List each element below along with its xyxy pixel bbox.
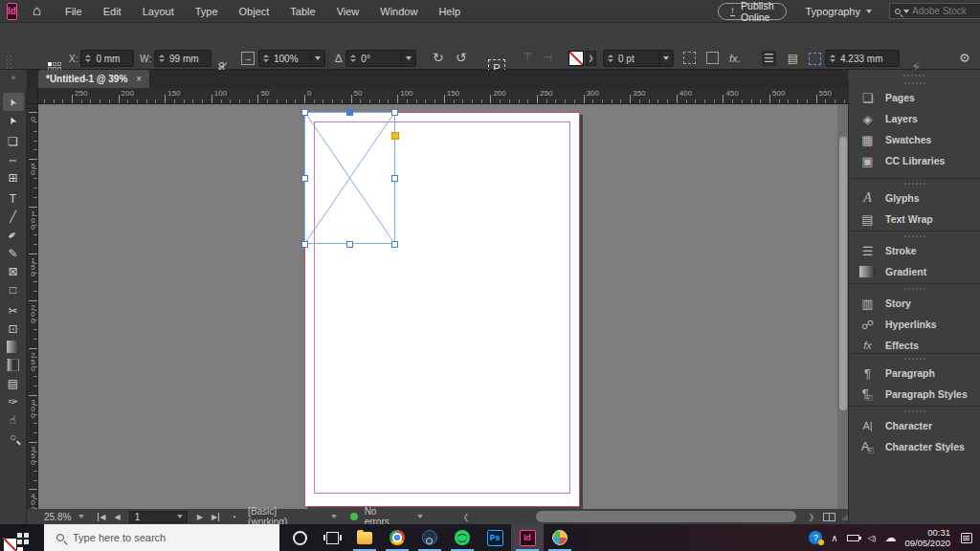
- frame-handle-bottom-left[interactable]: [301, 241, 308, 248]
- stock-search-input[interactable]: [912, 6, 979, 16]
- width-field[interactable]: 99 mm: [154, 50, 212, 67]
- scale-x-field[interactable]: 100%: [258, 50, 325, 67]
- color-theme-tool[interactable]: ✑: [3, 392, 24, 410]
- gap-tool[interactable]: ⇔: [3, 150, 24, 168]
- onedrive-cloud-icon[interactable]: ☁: [884, 531, 896, 544]
- group-drag-handle[interactable]: [849, 179, 980, 187]
- adobe-stock-search[interactable]: [889, 3, 980, 19]
- panel-glyphs[interactable]: A Glyphs: [849, 187, 980, 209]
- panel-pages[interactable]: ❏ Pages: [849, 87, 980, 108]
- spread-view-icon[interactable]: [823, 513, 835, 521]
- panel-gradient[interactable]: Gradient: [849, 261, 980, 282]
- spotify-button[interactable]: [446, 524, 479, 551]
- panel-text-wrap[interactable]: ▤ Text Wrap: [849, 209, 980, 230]
- rectangle-tool[interactable]: □: [3, 280, 24, 298]
- panel-hyperlinks[interactable]: ☍ Hyperlinks: [849, 314, 980, 335]
- corner-options-icon[interactable]: [683, 52, 696, 64]
- file-explorer-button[interactable]: [348, 524, 381, 551]
- live-corner-icon[interactable]: [809, 53, 821, 65]
- rotation-field[interactable]: 0°: [345, 50, 416, 67]
- photoshop-button[interactable]: Ps: [479, 524, 511, 551]
- vertical-ruler[interactable]: 050100150200250300350400: [27, 104, 38, 509]
- fill-swatch-none[interactable]: [568, 51, 584, 66]
- group-drag-handle[interactable]: [849, 78, 980, 87]
- text-wrap-bound-icon[interactable]: ▤: [788, 52, 798, 65]
- content-collector-tool[interactable]: ⊞: [3, 168, 24, 187]
- ruler-origin-corner[interactable]: [27, 88, 38, 104]
- menu-item[interactable]: Layout: [143, 6, 174, 17]
- document-page[interactable]: [304, 112, 580, 507]
- menu-item[interactable]: Type: [195, 6, 218, 17]
- group-drag-handle[interactable]: [849, 407, 980, 415]
- first-page-button[interactable]: ◀: [98, 513, 105, 521]
- frame-handle-middle-right[interactable]: [391, 175, 398, 182]
- scroll-right-arrow[interactable]: ❯: [809, 513, 815, 521]
- panel-paragraph[interactable]: ¶ Paragraph: [849, 363, 980, 384]
- direct-selection-tool[interactable]: ➤: [3, 111, 24, 129]
- resize-grip-icon[interactable]: ◢: [841, 512, 848, 521]
- gradient-feather-tool[interactable]: [3, 356, 24, 374]
- frame-handle-bottom-center[interactable]: [346, 241, 353, 248]
- close-tab-icon[interactable]: ×: [136, 74, 142, 84]
- frame-handle-top-right[interactable]: [391, 109, 398, 116]
- previous-page-button[interactable]: ◀: [115, 513, 121, 521]
- errors-dropdown-icon[interactable]: [417, 515, 423, 518]
- corner-radius-field[interactable]: 4.233 mm: [825, 50, 900, 67]
- vertical-scrollbar-thumb[interactable]: [839, 137, 847, 410]
- chrome-button[interactable]: [381, 524, 413, 551]
- rectangle-frame-tool[interactable]: ⊠: [3, 262, 24, 280]
- last-page-button[interactable]: ▶: [212, 513, 219, 521]
- selection-tool[interactable]: ➤: [3, 93, 24, 111]
- panel-cc-libraries[interactable]: ▣ CC Libraries: [849, 150, 980, 171]
- fill-flyout-button[interactable]: ❯: [586, 51, 596, 66]
- free-transform-tool[interactable]: ⊡: [3, 320, 24, 338]
- zoom-dropdown-icon[interactable]: [78, 515, 84, 518]
- next-page-button[interactable]: ▶: [197, 513, 203, 521]
- group-drag-handle[interactable]: [849, 284, 980, 293]
- group-drag-handle[interactable]: [849, 231, 980, 240]
- cortana-button[interactable]: [283, 524, 316, 551]
- document-tab[interactable]: *Untitled-1 @ 39% ×: [38, 70, 149, 88]
- workspace-switcher[interactable]: Typography: [806, 6, 872, 17]
- effects-button[interactable]: fx.: [729, 53, 741, 64]
- menu-item[interactable]: Object: [239, 6, 270, 17]
- pencil-tool[interactable]: ✎: [3, 244, 24, 262]
- line-tool[interactable]: ╱: [3, 208, 24, 226]
- publish-online-button[interactable]: ↑ Publish Online: [718, 3, 786, 20]
- frame-handle-middle-left[interactable]: [301, 175, 308, 182]
- menu-item[interactable]: View: [337, 6, 360, 17]
- frame-fitting-icon[interactable]: [706, 52, 719, 64]
- page-number-field[interactable]: 1: [129, 511, 188, 523]
- panel-character[interactable]: A| Character: [849, 415, 980, 436]
- taskbar-clock[interactable]: 00:31 09/05/2020: [904, 527, 950, 548]
- frame-handle-top-center[interactable]: [346, 109, 353, 116]
- action-center-icon[interactable]: [961, 533, 972, 543]
- indesign-button[interactable]: Id: [511, 524, 544, 551]
- zoom-tool[interactable]: ○: [3, 429, 24, 447]
- toolbar-overflow[interactable]: »: [0, 70, 27, 88]
- speaker-icon[interactable]: ◁): [868, 534, 877, 542]
- live-corner-handle[interactable]: [391, 132, 399, 140]
- task-view-button[interactable]: [316, 524, 348, 551]
- panel-layers[interactable]: ◈ Layers: [849, 108, 980, 129]
- tray-chevron-icon[interactable]: ∧: [831, 533, 837, 543]
- panel-story[interactable]: ▥ Story: [849, 293, 980, 314]
- horizontal-ruler[interactable]: 2502001501005005010015020025030035040045…: [38, 88, 848, 104]
- battery-icon[interactable]: [847, 535, 859, 541]
- panel-stroke[interactable]: ☰ Stroke: [849, 240, 980, 261]
- scroll-left-arrow[interactable]: ❮: [463, 513, 470, 521]
- rotate-cw-icon[interactable]: ↻: [433, 50, 444, 65]
- scissors-tool[interactable]: ✂: [3, 301, 24, 320]
- panel-swatches[interactable]: ▦ Swatches: [849, 129, 980, 150]
- type-tool[interactable]: T: [3, 189, 24, 208]
- panel-paragraph-styles[interactable]: ¶ Paragraph Styles: [849, 384, 980, 405]
- frame-handle-top-left[interactable]: [301, 109, 308, 116]
- zoom-level[interactable]: 25.8%: [44, 512, 71, 522]
- menu-item[interactable]: Window: [380, 6, 417, 17]
- frame-handle-bottom-right[interactable]: [391, 241, 398, 248]
- steam-button[interactable]: [413, 524, 446, 551]
- page-tool[interactable]: ❏: [3, 132, 24, 150]
- gear-icon[interactable]: ⚙: [959, 51, 970, 65]
- panel-character-styles[interactable]: A Character Styles: [849, 436, 980, 457]
- horizontal-scrollbar[interactable]: [480, 511, 802, 522]
